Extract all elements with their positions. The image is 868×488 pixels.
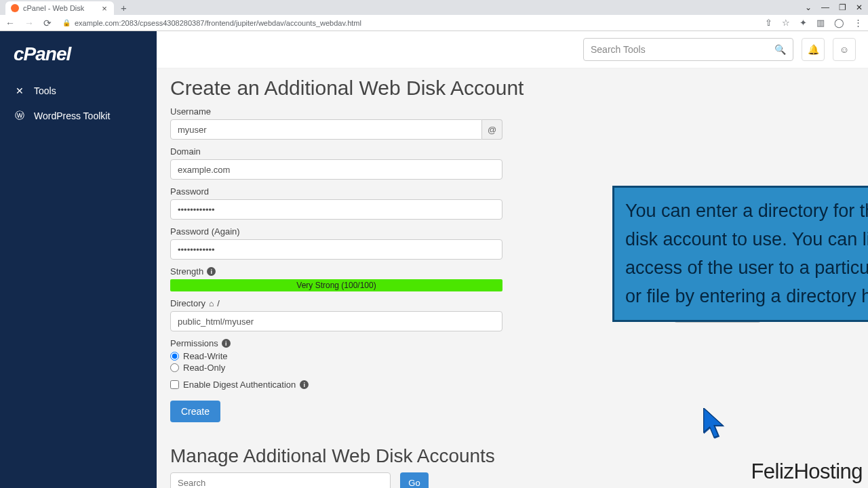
- close-icon[interactable]: ✕: [856, 3, 863, 12]
- wordpress-icon: ⓦ: [14, 110, 26, 122]
- strength-meter: Very Strong (100/100): [170, 279, 502, 291]
- password-input[interactable]: [170, 199, 502, 220]
- url-text: example.com:2083/cpsess4308280387/fronte…: [75, 19, 361, 27]
- sidebar-item-label: Tools: [34, 85, 56, 96]
- help-overlay-text: You can enter a directory for the Web di…: [625, 201, 868, 306]
- username-input[interactable]: [170, 119, 482, 140]
- minimize-icon[interactable]: —: [821, 3, 829, 12]
- tools-icon: ✕: [14, 85, 26, 96]
- tab-favicon-icon: [11, 4, 19, 12]
- account-button[interactable]: ☺: [833, 38, 856, 61]
- share-icon[interactable]: ⇧: [765, 18, 772, 28]
- new-tab-button[interactable]: +: [114, 2, 134, 14]
- reload-icon[interactable]: ⟳: [43, 18, 52, 28]
- window-controls: ⌄ — ❐ ✕: [805, 3, 863, 12]
- home-icon: ⌂: [209, 299, 214, 308]
- browser-tab[interactable]: cPanel - Web Disk ×: [5, 1, 114, 15]
- topbar: Search Tools 🔍 🔔 ☺: [157, 31, 868, 68]
- tab-title: cPanel - Web Disk: [23, 4, 84, 12]
- domain-input[interactable]: [170, 159, 502, 180]
- notifications-button[interactable]: 🔔: [802, 38, 825, 61]
- extensions-icon[interactable]: ✦: [800, 18, 807, 28]
- cpanel-logo: cPanel: [0, 43, 157, 79]
- go-button[interactable]: Go: [400, 472, 429, 488]
- panel-icon[interactable]: ▥: [816, 18, 825, 28]
- search-tools-input[interactable]: Search Tools 🔍: [583, 38, 793, 61]
- tab-close-icon[interactable]: ×: [102, 3, 107, 14]
- sidebar-item-tools[interactable]: ✕ Tools: [0, 79, 157, 103]
- browser-toolbar: ← → ⟳ 🔒 example.com:2083/cpsess430828038…: [0, 15, 868, 31]
- svg-marker-0: [704, 408, 723, 437]
- info-icon[interactable]: i: [222, 339, 231, 348]
- browser-tab-strip: cPanel - Web Disk × +: [0, 0, 868, 15]
- maximize-icon[interactable]: ❐: [839, 3, 846, 12]
- username-label: Username: [170, 106, 854, 117]
- address-bar[interactable]: 🔒 example.com:2083/cpsess4308280387/fron…: [62, 19, 361, 27]
- manage-search-input[interactable]: [170, 472, 391, 488]
- permission-read-write[interactable]: Read-Write: [170, 351, 854, 361]
- permission-read-only[interactable]: Read-Only: [170, 363, 854, 373]
- password-again-input[interactable]: [170, 239, 502, 260]
- permissions-label: Permissions i: [170, 338, 854, 348]
- back-icon[interactable]: ←: [5, 18, 15, 28]
- sidebar: cPanel ✕ Tools ⓦ WordPress Toolkit: [0, 31, 157, 488]
- bell-icon: 🔔: [808, 44, 819, 55]
- profile-icon[interactable]: ◯: [834, 18, 844, 28]
- lock-icon: 🔒: [62, 19, 71, 26]
- info-icon[interactable]: i: [300, 380, 309, 389]
- username-at-addon: @: [482, 119, 502, 140]
- forward-icon[interactable]: →: [24, 18, 34, 28]
- sidebar-item-label: WordPress Toolkit: [34, 110, 110, 121]
- read-write-radio[interactable]: [170, 352, 179, 361]
- create-button[interactable]: Create: [170, 401, 220, 422]
- search-placeholder: Search Tools: [591, 44, 646, 55]
- domain-label: Domain: [170, 146, 854, 157]
- read-only-radio[interactable]: [170, 363, 179, 372]
- cursor-icon: [703, 408, 725, 442]
- directory-input[interactable]: [170, 311, 502, 331]
- chevron-down-icon[interactable]: ⌄: [805, 3, 812, 12]
- digest-auth-checkbox[interactable]: [170, 380, 179, 389]
- search-icon[interactable]: 🔍: [774, 44, 786, 55]
- user-icon: ☺: [840, 44, 849, 55]
- sidebar-item-wordpress[interactable]: ⓦ WordPress Toolkit: [0, 103, 157, 129]
- help-overlay: You can enter a directory for the Web di…: [612, 186, 868, 322]
- digest-auth-row[interactable]: Enable Digest Authentication i: [170, 380, 854, 390]
- page-title: Create an Additional Web Disk Account: [170, 77, 854, 100]
- menu-icon[interactable]: ⋮: [854, 18, 863, 28]
- watermark: FelizHosting: [751, 460, 863, 484]
- info-icon[interactable]: i: [207, 267, 216, 276]
- star-icon[interactable]: ☆: [782, 18, 790, 28]
